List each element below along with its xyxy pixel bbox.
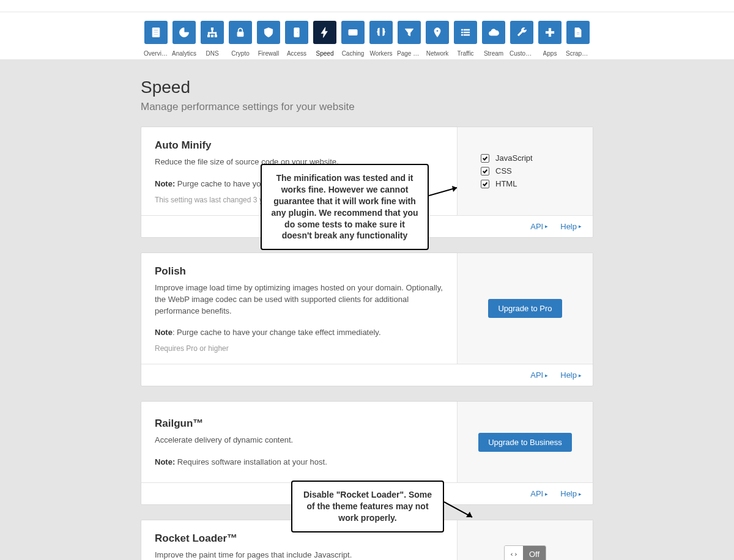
nav-item-pagerules[interactable]: Page Rules [398, 21, 421, 57]
checkbox-row-javascript: JavaScript [481, 153, 533, 163]
funnel-icon[interactable] [398, 21, 421, 44]
svg-rect-22 [461, 34, 463, 35]
svg-rect-12 [237, 32, 243, 36]
card-rocket-loader: Rocket Loader™ Improve the paint time fo… [141, 520, 593, 560]
checkbox-label: HTML [495, 179, 517, 188]
nav-label: Speed [316, 50, 334, 57]
api-link[interactable]: API▸ [530, 489, 548, 498]
api-link[interactable]: API▸ [530, 370, 548, 380]
nav-label: Workers [369, 50, 392, 57]
page: Speed Manage performance settings for yo… [141, 78, 593, 560]
svg-rect-4 [211, 28, 213, 30]
door-icon[interactable] [285, 21, 308, 44]
page-background: Speed Manage performance settings for yo… [0, 59, 734, 560]
sitemap-icon[interactable] [201, 21, 224, 44]
nav-item-speed[interactable]: Speed [313, 21, 336, 57]
card-note: Note: Purge cache to have your change ta… [155, 328, 443, 337]
svg-rect-27 [577, 34, 580, 35]
upgrade-pro-button[interactable]: Upgrade to Pro [488, 299, 562, 318]
nav-label: Network [426, 50, 449, 57]
nav-item-scrape[interactable]: Scrape Shi... [566, 21, 590, 57]
page-subtitle: Manage performance settings for your web… [141, 101, 593, 113]
api-link[interactable]: API▸ [530, 222, 548, 231]
nav-item-stream[interactable]: Stream [482, 21, 505, 57]
svg-rect-11 [215, 32, 217, 35]
card-note: Note: Requires software installation at … [155, 457, 443, 466]
svg-rect-23 [464, 34, 470, 35]
shield-icon[interactable] [257, 21, 280, 44]
svg-marker-31 [466, 512, 472, 517]
nav-label: Overview [144, 50, 168, 57]
checkbox-label: JavaScript [495, 153, 533, 163]
toggle-off-label[interactable]: Off [523, 546, 546, 560]
checkbox[interactable] [481, 167, 489, 175]
doc-icon[interactable] [566, 21, 590, 44]
upgrade-business-button[interactable]: Upgrade to Business [478, 433, 572, 452]
plus-icon[interactable] [538, 21, 562, 44]
card-polish: Polish Improve image load time by optimi… [141, 252, 593, 387]
wrench-icon[interactable] [510, 21, 533, 44]
drawer-icon[interactable] [341, 21, 365, 44]
svg-rect-21 [464, 32, 470, 33]
nav-label: Custom P... [510, 50, 534, 57]
checkbox-row-html: HTML [481, 179, 533, 188]
nav-label: Access [287, 50, 306, 57]
help-link[interactable]: Help▸ [560, 489, 582, 498]
checkbox[interactable] [481, 180, 489, 188]
nav-item-dns[interactable]: DNS [201, 21, 224, 57]
svg-rect-20 [461, 32, 463, 33]
primary-nav: OverviewAnalyticsDNSCryptoFirewallAccess… [0, 12, 734, 59]
nav-item-customp[interactable]: Custom P... [510, 21, 533, 57]
nav-label: Page Rules [397, 50, 421, 57]
nav-item-traffic[interactable]: Traffic [454, 21, 477, 57]
page-title: Speed [141, 78, 593, 97]
nav-label: Scrape Shi... [566, 50, 590, 57]
svg-rect-18 [461, 29, 463, 31]
nav-label: DNS [206, 50, 218, 57]
list-icon[interactable] [454, 21, 477, 44]
nav-item-network[interactable]: Network [426, 21, 449, 57]
top-bar [0, 0, 734, 12]
svg-rect-7 [215, 35, 217, 37]
nav-label: Traffic [457, 50, 473, 57]
card-description: Accelerate delivery of dynamic content. [155, 435, 443, 446]
rocket-loader-toggle[interactable]: ‹› Off [504, 545, 546, 560]
svg-rect-3 [154, 34, 158, 35]
card-title: Polish [155, 265, 443, 278]
svg-point-17 [436, 30, 438, 32]
nav-item-caching[interactable]: Caching [341, 21, 365, 57]
svg-rect-25 [546, 31, 554, 33]
nav-item-analytics[interactable]: Analytics [172, 21, 196, 57]
pin-icon[interactable] [426, 21, 449, 44]
help-link[interactable]: Help▸ [560, 222, 582, 231]
help-link[interactable]: Help▸ [560, 370, 582, 380]
nav-label: Apps [543, 50, 557, 57]
svg-rect-2 [154, 32, 158, 32]
file-icon[interactable] [144, 21, 168, 44]
checkbox[interactable] [481, 154, 489, 163]
svg-rect-1 [154, 30, 158, 31]
cloud-icon[interactable] [482, 21, 505, 44]
nav-label: Firewall [258, 50, 279, 57]
bolt-icon[interactable] [313, 21, 336, 44]
braces-icon[interactable] [369, 21, 393, 44]
svg-rect-6 [211, 35, 213, 37]
nav-label: Stream [484, 50, 503, 57]
svg-point-14 [297, 32, 298, 33]
svg-rect-19 [464, 29, 470, 31]
toggle-icon[interactable]: ‹› [505, 546, 523, 560]
callout-rocket: Disable "Rocket Loader". Some of the the… [291, 481, 444, 532]
nav-item-firewall[interactable]: Firewall [257, 21, 280, 57]
pie-icon[interactable] [172, 21, 196, 44]
svg-rect-26 [577, 32, 580, 33]
nav-item-apps[interactable]: Apps [538, 21, 562, 57]
nav-item-crypto[interactable]: Crypto [229, 21, 252, 57]
lock-icon[interactable] [229, 21, 252, 44]
card-title: Rocket Loader™ [155, 532, 443, 545]
nav-item-workers[interactable]: Workers [369, 21, 393, 57]
nav-item-access[interactable]: Access [285, 21, 308, 57]
card-description: Improve the paint time for pages that in… [155, 550, 443, 560]
nav-item-overview[interactable]: Overview [144, 21, 168, 57]
callout-minify: The minification was tested and it works… [261, 164, 429, 250]
card-meta: Requires Pro or higher [155, 344, 443, 353]
